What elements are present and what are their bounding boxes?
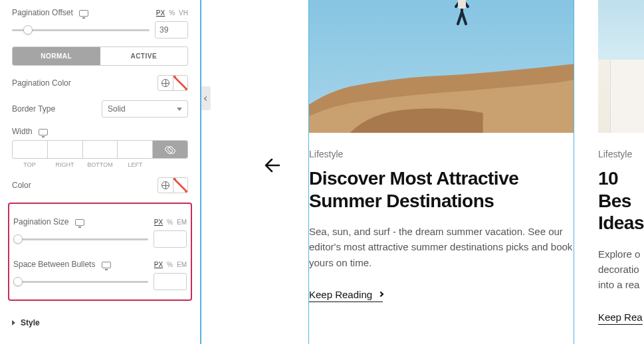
caret-right-icon: [12, 320, 15, 325]
width-sublabels: TOP RIGHT BOTTOM LEFT: [12, 161, 188, 168]
border-type-select[interactable]: Solid: [102, 100, 188, 118]
pagination-offset-label: Pagination Offset: [12, 8, 88, 17]
width-inputs[interactable]: [12, 140, 188, 159]
space-between-slider[interactable]: [13, 281, 148, 283]
state-tabs: NORMAL ACTIVE: [12, 46, 188, 66]
color-label: Color: [12, 181, 31, 190]
card-title[interactable]: 10 Bes Ideas: [598, 167, 644, 234]
card-category[interactable]: Lifestyle: [598, 149, 644, 159]
keep-reading-link[interactable]: Keep Reading: [309, 289, 383, 302]
pagination-color-picker[interactable]: [158, 75, 188, 91]
pagination-offset-input[interactable]: [155, 21, 188, 39]
pagination-size-input[interactable]: [154, 230, 187, 248]
space-between-label: Space Between Bullets: [13, 260, 111, 269]
post-card: Lifestyle Discover Most Attractive Summe…: [308, 0, 574, 344]
sidebar: Pagination Offset PX % VH NORMAL ACTIVE …: [0, 0, 201, 344]
border-color-picker[interactable]: [158, 177, 188, 193]
link-icon: [166, 145, 174, 153]
globe-icon: [161, 79, 169, 87]
responsive-icon[interactable]: [75, 219, 84, 226]
space-between-units[interactable]: PX % EM: [154, 261, 187, 268]
pagination-size-units[interactable]: PX % EM: [154, 218, 187, 226]
chevron-left-icon: [203, 96, 208, 100]
width-label: Width: [12, 127, 48, 136]
post-card: Lifestyle 10 Bes Ideas Explore o decorat…: [598, 0, 644, 344]
no-color-icon: [173, 76, 187, 90]
style-section-toggle[interactable]: Style: [0, 309, 200, 337]
highlighted-controls: Pagination Size PX % EM Space Between Bu…: [8, 203, 192, 301]
space-between-input[interactable]: [154, 273, 187, 290]
card-description: Sea, sun, and surf - the dream summer va…: [309, 224, 574, 270]
globe-icon: [161, 181, 169, 189]
pagination-offset-units[interactable]: PX % VH: [156, 9, 188, 17]
pagination-color-label: Pagination Color: [12, 78, 71, 88]
link-values-button[interactable]: [152, 141, 187, 158]
keep-reading-link[interactable]: Keep Rea: [598, 311, 643, 325]
pagination-offset-slider[interactable]: [12, 29, 150, 31]
tab-normal[interactable]: NORMAL: [13, 47, 100, 65]
responsive-icon[interactable]: [79, 10, 88, 17]
responsive-icon[interactable]: [102, 262, 111, 268]
chevron-down-icon: [177, 108, 182, 111]
card-title[interactable]: Discover Most Attractive Summer Destinat…: [309, 167, 574, 212]
svg-rect-1: [458, 0, 466, 9]
tab-active[interactable]: ACTIVE: [100, 47, 188, 65]
card-category[interactable]: Lifestyle: [309, 149, 574, 159]
responsive-icon[interactable]: [39, 129, 48, 135]
border-type-label: Border Type: [12, 104, 55, 114]
card-image: [309, 0, 574, 133]
pagination-size-slider[interactable]: [13, 238, 148, 240]
collapse-sidebar-button[interactable]: [201, 86, 211, 110]
pagination-size-label: Pagination Size: [13, 217, 84, 226]
chevron-right-icon: [378, 292, 383, 297]
no-color-icon: [173, 178, 187, 193]
card-image: [598, 0, 644, 133]
preview-area: Lifestyle Discover Most Attractive Summe…: [250, 0, 644, 344]
card-description: Explore o decoratio into a rea: [598, 246, 644, 293]
